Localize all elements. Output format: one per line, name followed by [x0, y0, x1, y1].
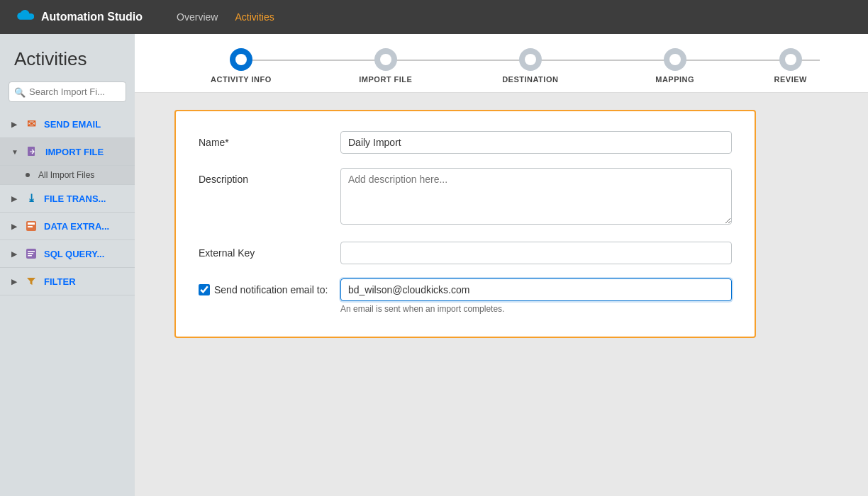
- sidebar-item-file-transfer[interactable]: ▶ ⤓ FILE TRANS...: [0, 185, 135, 213]
- sidebar-label-send-email: SEND EMAIL: [44, 119, 101, 130]
- svg-rect-2: [28, 222, 35, 225]
- import-icon: [26, 145, 40, 159]
- salesforce-logo: [11, 6, 34, 28]
- form-panel-wrapper: Name* Description External Key: [135, 93, 868, 496]
- description-input[interactable]: [340, 168, 732, 225]
- brand-name: Automation Studio: [41, 11, 143, 23]
- step-label-2: IMPORT FILE: [359, 75, 412, 84]
- external-key-input[interactable]: [340, 242, 732, 264]
- step-label-4: MAPPING: [655, 75, 694, 84]
- form-row-notification: Send notification email to: An email is …: [199, 278, 732, 314]
- notification-checkbox-wrap: Send notification email to:: [199, 278, 340, 295]
- step-label-1: ACTIVITY INFO: [211, 75, 272, 84]
- description-label: Description: [199, 168, 340, 185]
- filter-icon: [24, 274, 38, 288]
- brand: Automation Studio: [11, 6, 143, 28]
- wizard-step-activity-info[interactable]: ACTIVITY INFO: [169, 48, 313, 84]
- bullet-icon: [26, 173, 30, 177]
- chevron-right-icon-2: ▶: [11, 195, 17, 203]
- step-circle-2: [374, 48, 397, 71]
- external-key-label: External Key: [199, 242, 340, 259]
- data-extract-icon: [24, 219, 38, 233]
- form-row-external-key: External Key: [199, 242, 732, 264]
- name-control: [340, 131, 732, 154]
- sidebar-label-import-file: IMPORT FILE: [45, 147, 104, 157]
- description-control: [340, 168, 732, 227]
- content-area: ACTIVITY INFO IMPORT FILE DESTINATION: [135, 34, 868, 496]
- notification-checkbox[interactable]: [199, 284, 210, 295]
- step-inner-1: [235, 54, 247, 65]
- wizard-step-review[interactable]: REVIEW: [747, 48, 834, 84]
- svg-rect-5: [28, 251, 35, 252]
- sidebar-sublabel-all-import-files: All Import Files: [38, 170, 94, 180]
- name-input[interactable]: [340, 131, 732, 154]
- notification-email-control: An email is sent when an import complete…: [340, 278, 732, 314]
- chevron-right-icon-3: ▶: [11, 222, 17, 230]
- step-inner-2: [380, 54, 391, 65]
- sidebar-item-sql-query[interactable]: ▶ SQL QUERY...: [0, 240, 135, 268]
- sql-query-icon: [24, 247, 38, 261]
- svg-rect-3: [28, 226, 33, 227]
- form-panel: Name* Description External Key: [174, 110, 756, 338]
- email-icon: ✉: [24, 117, 38, 131]
- name-label: Name*: [199, 131, 340, 148]
- step-label-3: DESTINATION: [502, 75, 558, 84]
- step-inner-5: [785, 54, 796, 65]
- step-inner-4: [669, 54, 681, 65]
- top-nav: Automation Studio Overview Activities: [0, 0, 868, 34]
- sidebar-subitem-all-import-files[interactable]: All Import Files: [0, 166, 135, 185]
- wizard-step-mapping[interactable]: MAPPING: [603, 48, 747, 84]
- svg-rect-7: [28, 255, 32, 257]
- wizard-step-import-file[interactable]: IMPORT FILE: [313, 48, 458, 84]
- search-icon: 🔍: [14, 86, 26, 97]
- main-layout: Activities 🔍 ▶ ✉ SEND EMAIL ▼ IMPORT FIL…: [0, 34, 868, 496]
- nav-overview[interactable]: Overview: [177, 11, 218, 23]
- sidebar-item-data-extract[interactable]: ▶ DATA EXTRA...: [0, 213, 135, 240]
- chevron-right-icon: ▶: [11, 120, 17, 128]
- nav-activities[interactable]: Activities: [235, 11, 274, 23]
- sidebar: Activities 🔍 ▶ ✉ SEND EMAIL ▼ IMPORT FIL…: [0, 34, 135, 496]
- step-circle-4: [664, 48, 686, 71]
- step-circle-5: [779, 48, 802, 71]
- notification-helper-text: An email is sent when an import complete…: [340, 304, 732, 314]
- svg-rect-6: [28, 253, 33, 254]
- sidebar-label-file-transfer: FILE TRANS...: [44, 193, 106, 204]
- wizard-steps: ACTIVITY INFO IMPORT FILE DESTINATION: [135, 34, 868, 93]
- sidebar-item-filter[interactable]: ▶ FILTER: [0, 268, 135, 295]
- top-nav-links: Overview Activities: [177, 11, 274, 23]
- wizard-step-destination[interactable]: DESTINATION: [458, 48, 603, 84]
- notification-email-input[interactable]: [340, 278, 732, 301]
- sidebar-label-sql-query: SQL QUERY...: [44, 249, 104, 259]
- step-inner-3: [525, 54, 536, 65]
- sidebar-label-data-extract: DATA EXTRA...: [44, 221, 109, 232]
- file-transfer-icon: ⤓: [24, 191, 38, 205]
- sidebar-item-send-email[interactable]: ▶ ✉ SEND EMAIL: [0, 111, 135, 138]
- chevron-right-icon-5: ▶: [11, 278, 17, 286]
- form-row-description: Description: [199, 168, 732, 227]
- chevron-down-icon: ▼: [11, 148, 18, 156]
- external-key-control: [340, 242, 732, 264]
- step-label-5: REVIEW: [774, 75, 807, 84]
- sidebar-item-import-file[interactable]: ▼ IMPORT FILE: [0, 138, 135, 166]
- search-input[interactable]: [9, 81, 126, 102]
- step-circle-3: [519, 48, 542, 71]
- sidebar-search-container: 🔍: [9, 81, 126, 102]
- chevron-right-icon-4: ▶: [11, 250, 17, 258]
- notification-label[interactable]: Send notification email to:: [214, 284, 328, 295]
- step-circle-1: [230, 48, 252, 71]
- form-row-name: Name*: [199, 131, 732, 154]
- sidebar-label-filter: FILTER: [44, 276, 76, 287]
- sidebar-title: Activities: [0, 34, 135, 81]
